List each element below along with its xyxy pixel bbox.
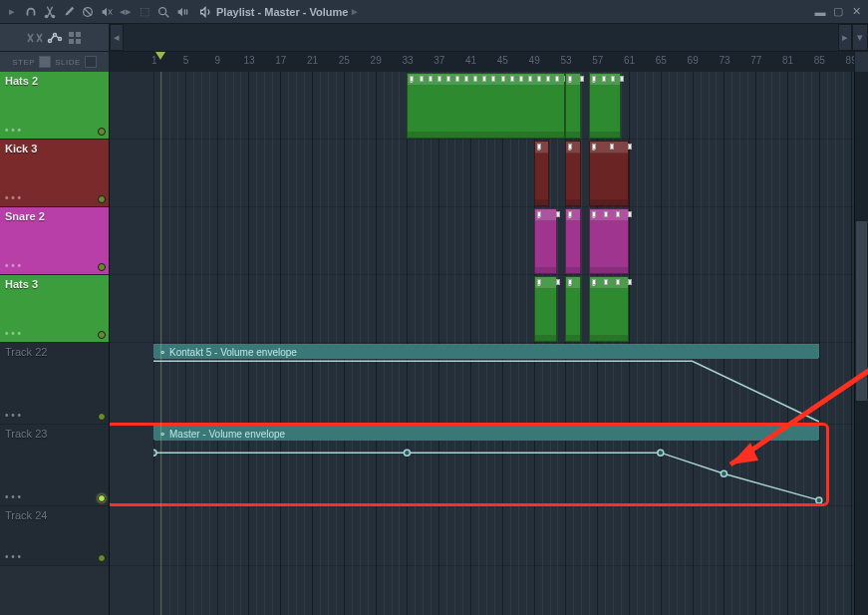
cut-icon[interactable] — [42, 4, 58, 20]
pattern-clip[interactable]: ▮ — [589, 73, 621, 139]
track-area[interactable]: ▮▮▮▮▮▮▮▮▮▮▮▮⚬Kontakt 5 - Volume envelope… — [110, 72, 868, 615]
pattern-clip[interactable]: ▮ — [565, 276, 581, 342]
ruler-tick: 57 — [592, 55, 603, 66]
vertical-scrollbar[interactable] — [854, 72, 868, 615]
disable-icon[interactable] — [80, 4, 96, 20]
track-header-snare-2[interactable]: Snare 2• • • — [0, 207, 109, 275]
track-name-label: Kick 3 — [5, 143, 104, 154]
svg-point-13 — [153, 450, 156, 456]
brush-icon[interactable] — [61, 4, 77, 20]
headphones-icon[interactable] — [23, 4, 39, 20]
pattern-clip[interactable]: ▮ — [565, 141, 581, 206]
svg-point-17 — [816, 497, 822, 503]
track-mute-dot[interactable] — [98, 195, 106, 203]
scroll-menu-button[interactable]: ▾ — [852, 24, 868, 51]
track-header-track-23[interactable]: Track 23• • • — [0, 425, 109, 506]
svg-point-1 — [52, 14, 56, 18]
scroll-right-button[interactable]: ▸ — [838, 24, 852, 51]
svg-rect-4 — [184, 9, 185, 14]
track-mute-dot[interactable] — [98, 494, 106, 502]
step-checkbox[interactable] — [39, 56, 51, 68]
slide-checkbox[interactable] — [85, 56, 97, 68]
svg-rect-11 — [69, 39, 74, 44]
grid-view-icon[interactable] — [66, 29, 84, 47]
track-options-icon[interactable]: • • • — [5, 192, 104, 203]
toolbar-row: ◂ ▸ ▾ — [0, 24, 868, 52]
minimize-button[interactable]: ▬ — [812, 4, 828, 20]
pattern-clip[interactable]: ▮ — [589, 141, 629, 206]
track-header-hats-2[interactable]: Hats 2• • • — [0, 72, 109, 140]
track-mute-dot[interactable] — [98, 331, 106, 339]
ruler-tick: 53 — [560, 55, 571, 66]
ruler-tick: 1 — [151, 55, 157, 66]
mute-icon[interactable] — [99, 4, 115, 20]
track-headers: Hats 2• • •Kick 3• • •Snare 2• • •Hats 3… — [0, 72, 110, 615]
track-mute-dot[interactable] — [98, 263, 106, 271]
pattern-clip[interactable]: ▮ — [589, 208, 629, 274]
track-options-icon[interactable]: • • • — [5, 551, 104, 562]
track-options-icon[interactable]: • • • — [5, 491, 104, 502]
svg-point-3 — [159, 7, 166, 14]
step-label: STEP — [12, 58, 35, 67]
track-mute-dot[interactable] — [98, 128, 106, 136]
automation-clip-kontakt[interactable]: ⚬Kontakt 5 - Volume envelope — [153, 344, 819, 358]
track-row[interactable] — [110, 275, 868, 343]
pattern-clip[interactable]: ▮ — [565, 208, 581, 274]
track-options-icon[interactable]: • • • — [5, 260, 104, 271]
pattern-clip[interactable]: ▮ — [407, 73, 565, 139]
track-row[interactable] — [110, 140, 868, 207]
track-options-icon[interactable]: • • • — [5, 328, 104, 339]
pattern-clip[interactable]: ▮ — [589, 276, 629, 342]
track-options-icon[interactable]: • • • — [5, 410, 104, 421]
crossfade-icon[interactable] — [26, 29, 44, 47]
track-header-track-24[interactable]: Track 24• • • — [0, 506, 109, 566]
ruler-tick: 49 — [529, 55, 540, 66]
ruler-tick: 25 — [339, 55, 350, 66]
timeline-scrollbar[interactable]: ◂ ▸ ▾ — [110, 24, 868, 51]
track-options-icon[interactable]: • • • — [5, 125, 104, 136]
scroll-left-button[interactable]: ◂ — [110, 24, 124, 51]
snap-controls: STEP SLIDE — [0, 52, 110, 72]
menu-dropdown-icon[interactable]: ▸ — [4, 4, 20, 20]
title-label: Playlist - Master - Volume — [216, 6, 348, 18]
pattern-clip[interactable]: ▮ — [534, 276, 558, 342]
ruler-tick: 13 — [243, 55, 254, 66]
maximize-button[interactable]: ▢ — [830, 4, 846, 20]
track-mute-dot[interactable] — [98, 413, 106, 421]
window-title: Playlist - Master - Volume ▸ — [198, 5, 358, 19]
automation-view-icon[interactable] — [46, 29, 64, 47]
ruler-tick: 61 — [624, 55, 635, 66]
track-mute-dot[interactable] — [98, 554, 106, 562]
svg-rect-5 — [186, 9, 187, 14]
ruler-tick: 45 — [497, 55, 508, 66]
track-header-hats-3[interactable]: Hats 3• • • — [0, 275, 109, 343]
track-row[interactable] — [110, 506, 868, 566]
close-button[interactable]: ✕ — [848, 4, 864, 20]
pattern-clip[interactable]: ▮ — [565, 73, 581, 139]
track-header-kick-3[interactable]: Kick 3• • • — [0, 140, 109, 207]
track-row[interactable] — [110, 207, 868, 275]
ruler-tick: 73 — [719, 55, 729, 66]
track-name-label: Snare 2 — [5, 210, 104, 222]
ruler-tick: 89 — [846, 55, 854, 66]
ruler-tick: 37 — [434, 55, 444, 66]
svg-rect-10 — [76, 32, 81, 37]
svg-rect-9 — [69, 32, 74, 37]
ruler-tick: 9 — [215, 55, 221, 66]
playlist-main: Hats 2• • •Kick 3• • •Snare 2• • •Hats 3… — [0, 72, 868, 615]
timeline-ruler[interactable]: 1591317212529333741454953576165697377818… — [110, 52, 854, 72]
ruler-tick: 17 — [275, 55, 286, 66]
zoom-icon[interactable] — [155, 4, 171, 20]
playhead-line[interactable] — [160, 72, 161, 615]
pattern-clip[interactable]: ▮ — [534, 141, 550, 206]
annotation-arrow — [701, 365, 868, 484]
select-icon[interactable]: ⬚ — [137, 4, 152, 20]
ruler-scroll-up[interactable] — [854, 52, 868, 72]
track-header-track-22[interactable]: Track 22• • • — [0, 343, 109, 425]
slip-icon[interactable]: ◂▸ — [118, 4, 134, 20]
pattern-clip[interactable]: ▮ — [534, 208, 558, 274]
track-name-label: Track 24 — [5, 509, 104, 521]
ruler-tick: 29 — [371, 55, 382, 66]
playback-icon[interactable] — [174, 4, 190, 20]
track-name-label: Track 22 — [5, 346, 104, 358]
